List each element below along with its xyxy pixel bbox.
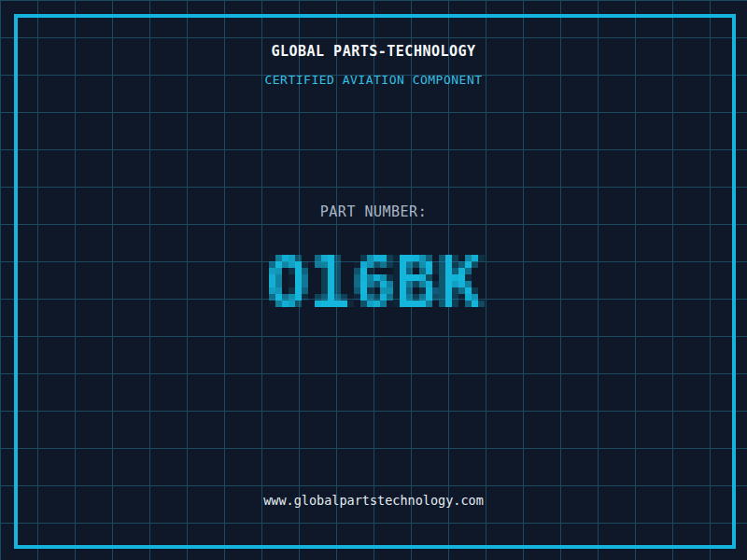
website-url: www.globalpartstechnology.com <box>0 493 747 508</box>
part-number-label: PART NUMBER: <box>0 203 747 220</box>
certification-subtitle: CERTIFIED AVIATION COMPONENT <box>0 73 747 87</box>
company-name: GLOBAL PARTS-TECHNOLOGY <box>0 43 747 60</box>
part-number-display <box>256 242 491 327</box>
